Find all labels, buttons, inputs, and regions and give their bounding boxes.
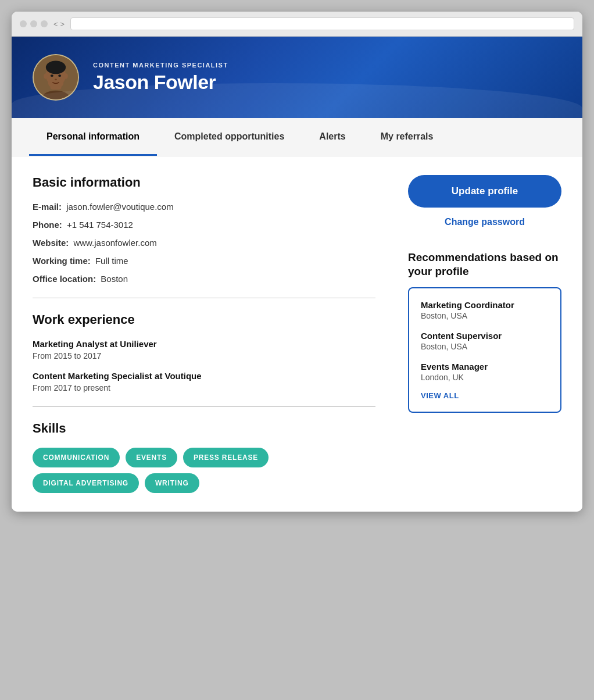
address-bar[interactable] [70,17,574,30]
work-title-1: Marketing Analyst at Uniliever [33,339,375,349]
svg-point-6 [63,73,68,79]
email-label: E-mail: [33,202,62,212]
basic-info-title: Basic information [33,175,375,190]
office-label: Office location: [33,274,96,284]
browser-chrome: <> [12,12,582,37]
browser-nav-arrows[interactable]: <> [53,20,65,28]
update-profile-button[interactable]: Update profile [408,175,561,208]
svg-rect-10 [51,85,62,90]
website-label: Website: [33,238,69,248]
skills-section: Skills COMMUNICATION EVENTS PRESS RELEAS… [33,421,375,493]
skills-title: Skills [33,421,375,436]
recommendations-title: Recommendations based on your profile [408,251,561,279]
browser-dots [20,20,48,27]
tab-personal-information[interactable]: Personal information [29,118,157,156]
main-content: Basic information E-mail: jason.fowler@v… [12,156,582,512]
work-item-2: Content Marketing Specialist at Voutique… [33,371,375,392]
dot-red [20,20,27,27]
rec-location-1: Boston, USA [421,311,549,320]
email-value: jason.fowler@voutique.com [66,202,173,212]
work-dates-1: From 2015 to 2017 [33,351,375,360]
work-dates-2: From 2017 to present [33,383,375,392]
divider-2 [33,406,375,407]
job-title: CONTENT MARKETING SPECIALIST [93,62,228,69]
phone-label: Phone: [33,220,62,230]
skill-badge-writing: WRITING [145,473,199,493]
rec-location-2: Boston, USA [421,342,549,351]
rec-location-3: London, UK [421,373,549,382]
rec-job-title-1: Marketing Coordinator [421,300,549,310]
skill-badge-press-release: PRESS RELEASE [183,448,269,467]
skills-row: COMMUNICATION EVENTS PRESS RELEASE DIGIT… [33,448,375,493]
avatar [33,54,79,101]
office-value: Boston [101,274,128,284]
rec-item-2: Content Supervisor Boston, USA [421,331,549,351]
recommendations-section: Recommendations based on your profile Ma… [408,251,561,413]
dot-green [41,20,48,27]
email-row: E-mail: jason.fowler@voutique.com [33,202,375,212]
profile-info: CONTENT MARKETING SPECIALIST Jason Fowle… [93,62,228,94]
svg-point-8 [58,74,61,77]
rec-item-1: Marketing Coordinator Boston, USA [421,300,549,320]
svg-point-5 [44,73,48,79]
work-experience-section: Work experience Marketing Analyst at Uni… [33,312,375,392]
skill-badge-communication: COMMUNICATION [33,448,120,467]
dot-yellow [30,20,37,27]
website-value: www.jasonfowler.com [73,238,156,248]
rec-job-title-2: Content Supervisor [421,331,549,341]
rec-job-title-3: Events Manager [421,362,549,372]
svg-point-9 [55,78,57,80]
change-password-link[interactable]: Change password [408,217,561,227]
website-row: Website: www.jasonfowler.com [33,238,375,248]
working-time-value: Full time [95,256,128,266]
phone-row: Phone: +1 541 754-3012 [33,220,375,230]
rec-item-3: Events Manager London, UK [421,362,549,382]
svg-point-7 [51,74,53,77]
left-column: Basic information E-mail: jason.fowler@v… [12,156,396,512]
skill-badge-digital-advertising: DIGITAL ADVERTISING [33,473,139,493]
work-title-2: Content Marketing Specialist at Voutique [33,371,375,381]
tab-alerts[interactable]: Alerts [302,118,363,156]
browser-window: <> [12,12,582,512]
working-time-label: Working time: [33,256,91,266]
recommendations-box: Marketing Coordinator Boston, USA Conten… [408,287,561,413]
phone-value: +1 541 754-3012 [67,220,133,230]
profile-header: CONTENT MARKETING SPECIALIST Jason Fowle… [12,37,582,118]
profile-name: Jason Fowler [93,71,228,94]
tabs-container: Personal information Completed opportuni… [12,118,582,156]
basic-info-section: Basic information E-mail: jason.fowler@v… [33,175,375,284]
tab-my-referrals[interactable]: My referrals [363,118,451,156]
office-row: Office location: Boston [33,274,375,284]
divider-1 [33,298,375,298]
skill-badge-events: EVENTS [126,448,177,467]
work-experience-title: Work experience [33,312,375,327]
view-all-link[interactable]: VIEW ALL [421,391,549,400]
tab-completed-opportunities[interactable]: Completed opportunities [157,118,302,156]
svg-point-4 [46,61,66,74]
working-time-row: Working time: Full time [33,256,375,266]
work-item-1: Marketing Analyst at Uniliever From 2015… [33,339,375,360]
right-column: Update profile Change password Recommend… [396,156,582,512]
